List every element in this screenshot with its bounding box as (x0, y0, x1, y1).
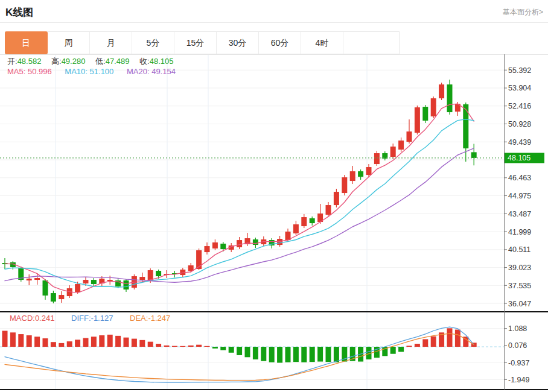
close-value: 48.105 (150, 57, 174, 66)
candle-body (43, 280, 48, 296)
macd-histogram-bar (10, 332, 16, 347)
macd-histogram-bar (180, 346, 185, 347)
axis-tick-label: 40.511 (508, 245, 530, 254)
candle-body (334, 192, 339, 205)
axis-tick-label: 37.535 (508, 282, 531, 290)
candle-body (277, 239, 282, 245)
diff-readout: DIFF:-1.127 (71, 314, 113, 323)
macd-histogram-bar (245, 347, 250, 357)
candle-body (205, 246, 210, 252)
high-value: 49.280 (62, 57, 86, 66)
axis-tick-label: 36.047 (508, 300, 531, 308)
macd-histogram-bar (91, 337, 97, 347)
candle-body (220, 244, 226, 249)
candle-body (139, 277, 145, 280)
candle-body (431, 98, 436, 116)
macd-histogram-bar (293, 347, 299, 362)
macd-histogram-bar (172, 346, 177, 347)
tab-5min[interactable]: 5分 (132, 32, 174, 54)
open-value: 48.582 (18, 57, 42, 66)
axis-tick-label: 0.076 (508, 341, 527, 350)
candle-body (374, 153, 380, 164)
tab-30min[interactable]: 30分 (217, 32, 259, 54)
macd-histogram-bar (124, 338, 129, 347)
kline-app: K线图 基本面分析> 日周月5分15分30分60分4时 55.39253.904… (0, 0, 548, 392)
macd-info-row: MACD:0.241 DIFF:-1.127 DEA:-1.247 (10, 314, 170, 323)
macd-histogram-bar (455, 330, 460, 347)
macd-histogram-bar (132, 339, 137, 347)
macd-histogram-bar (188, 346, 194, 347)
macd-histogram-bar (212, 347, 218, 349)
candle-body (124, 280, 129, 289)
macd-histogram-bar (164, 346, 170, 347)
high-label: 高: (51, 57, 62, 66)
current-price-badge-label: 48.105 (508, 154, 530, 162)
macd-histogram-bar (59, 343, 64, 347)
candle-body (59, 295, 64, 299)
ma20-line (5, 148, 474, 282)
candle-body (51, 293, 56, 302)
interval-tabbar: 日周月5分15分30分60分4时 (5, 31, 400, 54)
macd-histogram-bar (229, 347, 234, 353)
macd-histogram-bar (269, 347, 275, 362)
candle-body (83, 280, 89, 283)
ma10-readout: MA10: 51.100 (65, 67, 113, 76)
tab-week[interactable]: 周 (48, 32, 90, 54)
axis-tick-label: -0.937 (508, 359, 529, 367)
page-header: K线图 基本面分析> (0, 0, 548, 23)
macd-histogram-bar (51, 342, 56, 347)
macd-histogram-bar (148, 342, 153, 347)
macd-histogram-bar (196, 345, 202, 347)
macd-histogram-bar (34, 337, 40, 347)
candle-body (91, 280, 97, 284)
tab-day[interactable]: 日 (5, 31, 48, 54)
macd-histogram-bar (27, 335, 32, 347)
macd-histogram-bar (253, 347, 258, 359)
candle-body (237, 240, 242, 247)
macd-histogram-bar (326, 347, 331, 362)
candle-body (27, 279, 32, 280)
candle-body (463, 104, 468, 148)
macd-histogram-bar (67, 341, 72, 347)
macd-histogram-bar (43, 338, 48, 347)
candle-body (310, 218, 315, 223)
macd-histogram-bar (139, 340, 145, 347)
macd-histogram-bar (156, 344, 161, 347)
close-label: 收: (139, 57, 150, 66)
candle-body (390, 147, 396, 157)
candle-body (439, 84, 444, 98)
macd-histogram-bar (301, 347, 307, 362)
candle-body (350, 171, 355, 181)
macd-histogram-bar (75, 340, 80, 347)
macd-histogram-bar (390, 347, 396, 354)
macd-histogram-bar (398, 347, 404, 352)
dea-readout: DEA:-1.247 (130, 314, 170, 323)
candle-body (422, 107, 428, 121)
tab-4hour[interactable]: 4时 (301, 32, 343, 54)
tab-15min[interactable]: 15分 (174, 32, 217, 54)
macd-histogram-bar (18, 334, 24, 347)
axis-tick-label: 41.999 (508, 228, 531, 236)
candle-body (398, 141, 404, 150)
candle-body (301, 217, 307, 226)
fundamental-analysis-link[interactable]: 基本面分析> (503, 7, 543, 17)
macd-histogram-bar (310, 347, 315, 362)
axis-tick-label: -1.949 (508, 376, 529, 384)
axis-tick-label: 43.487 (508, 210, 531, 218)
candle-body (212, 242, 218, 248)
ma-info-row: MA5: 50.996 MA10: 51.100 MA20: 49.154 (7, 67, 176, 76)
macd-readout: MACD:0.241 (10, 314, 54, 323)
macd-histogram-bar (431, 337, 436, 347)
page-title: K线图 (5, 5, 33, 19)
tabbar-filler (343, 32, 399, 54)
macd-histogram-bar (99, 335, 104, 347)
macd-histogram-bar (220, 347, 226, 350)
open-label: 开: (7, 57, 18, 66)
candle-body (415, 107, 420, 133)
tab-60min[interactable]: 60分 (259, 32, 301, 54)
ma20-readout: MA20: 49.154 (127, 67, 176, 76)
ohlc-info-row: 开:48.582 高:49.280 低:47.489 收:48.105 (7, 56, 181, 67)
candle-body (326, 205, 331, 215)
candle-body (471, 152, 477, 158)
tab-month[interactable]: 月 (90, 32, 132, 54)
